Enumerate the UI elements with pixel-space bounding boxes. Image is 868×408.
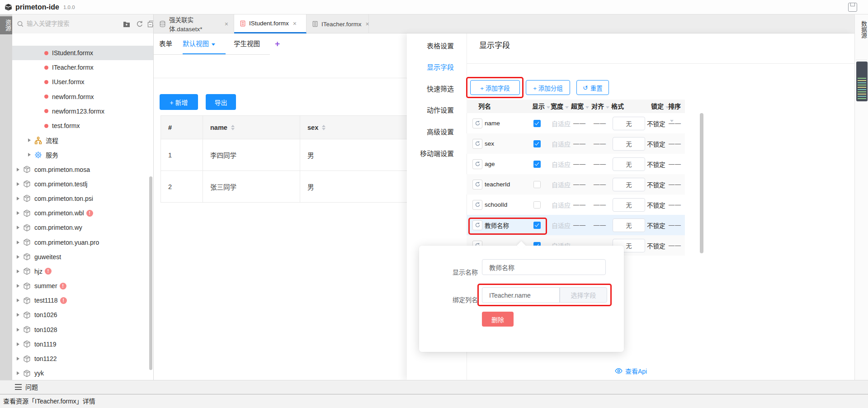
caret-right-icon[interactable] bbox=[28, 153, 31, 157]
format-select[interactable]: 无 bbox=[613, 137, 645, 151]
format-select[interactable]: 无 bbox=[613, 198, 645, 212]
sort-value[interactable]: —— bbox=[669, 235, 681, 256]
add-row-button[interactable]: + 新增 bbox=[160, 94, 198, 110]
sort-value[interactable]: —— bbox=[669, 154, 681, 174]
add-view-button[interactable]: + bbox=[275, 33, 280, 54]
format-select[interactable]: 无 bbox=[613, 178, 645, 191]
visible-checkbox[interactable] bbox=[533, 161, 541, 168]
display-name-input[interactable]: 教师名称 bbox=[482, 259, 606, 275]
field-col-align[interactable]: 对齐 bbox=[591, 100, 609, 113]
field-col-overwide[interactable]: 超宽 bbox=[571, 100, 589, 113]
minimap-thumbnail[interactable] bbox=[856, 62, 868, 101]
sync-icon[interactable] bbox=[472, 180, 482, 190]
caret-right-icon[interactable] bbox=[17, 226, 19, 229]
field-row-sex[interactable]: sex 自适应 —— —— 无 不锁定 —— bbox=[467, 133, 685, 154]
caret-right-icon[interactable] bbox=[17, 313, 19, 317]
tree-package[interactable]: com.primeton.testlj bbox=[12, 177, 154, 191]
visible-checkbox[interactable] bbox=[533, 140, 541, 147]
format-select[interactable]: 无 bbox=[613, 157, 645, 171]
tree-file-iuser[interactable]: IUser.formx bbox=[12, 75, 154, 89]
sidebar-scrollbar[interactable] bbox=[149, 176, 152, 370]
caret-right-icon[interactable] bbox=[17, 255, 19, 259]
view-api-link[interactable]: 查看Api bbox=[615, 366, 647, 375]
delete-button[interactable]: 删除 bbox=[482, 312, 514, 327]
lock-value[interactable]: 不锁定 bbox=[647, 174, 665, 195]
field-row-age[interactable]: age 自适应 —— —— 无 不锁定 —— bbox=[467, 154, 685, 174]
width-value[interactable]: 自适应 bbox=[552, 154, 571, 174]
align-value[interactable]: —— bbox=[594, 174, 606, 195]
caret-right-icon[interactable] bbox=[17, 328, 19, 332]
align-value[interactable]: —— bbox=[594, 113, 606, 133]
table-row[interactable]: 2 张三同学 男 bbox=[161, 171, 408, 203]
overwide-value[interactable]: —— bbox=[573, 133, 586, 154]
close-icon[interactable]: × bbox=[366, 21, 369, 27]
panel-nav-action-settings[interactable]: 动作设置 bbox=[411, 105, 466, 114]
sync-icon[interactable] bbox=[472, 200, 482, 210]
panel-nav-table-settings[interactable]: 表格设置 bbox=[411, 41, 466, 50]
visible-checkbox[interactable] bbox=[533, 120, 541, 127]
col-header-name[interactable]: name bbox=[203, 116, 300, 139]
search-input[interactable]: 输入关键字搜索 bbox=[27, 14, 70, 33]
format-select[interactable]: 无 bbox=[613, 117, 645, 130]
tree-package[interactable]: ton1028 bbox=[12, 323, 154, 337]
tree-file-iteacher[interactable]: ITeacher.formx bbox=[12, 60, 154, 75]
panel-nav-display-fields[interactable]: 显示字段 bbox=[411, 62, 466, 71]
width-value[interactable]: 自适应 bbox=[552, 133, 571, 154]
tree-package[interactable]: ton1122 bbox=[12, 351, 154, 366]
tree-package[interactable]: com.primeton.wbl! bbox=[12, 206, 154, 220]
table-row[interactable]: 1 李四同学 男 bbox=[161, 139, 408, 171]
view-tab-form[interactable]: 表单 bbox=[159, 33, 172, 54]
field-row-name[interactable]: name 自适应 —— —— 无 不锁定 —— bbox=[467, 113, 685, 133]
overwide-value[interactable]: —— bbox=[573, 154, 586, 174]
panel-nav-mobile-settings[interactable]: 移动端设置 bbox=[411, 148, 466, 158]
format-select[interactable]: 无 bbox=[613, 218, 645, 232]
sort-value[interactable]: —— bbox=[669, 113, 681, 133]
sort-icon[interactable] bbox=[231, 125, 235, 130]
tree-node-service[interactable]: 服务 bbox=[12, 147, 154, 162]
overwide-value[interactable]: —— bbox=[573, 215, 586, 235]
caret-right-icon[interactable] bbox=[17, 342, 19, 346]
sync-icon[interactable] bbox=[472, 119, 482, 128]
new-folder-icon[interactable] bbox=[123, 21, 130, 28]
overwide-value[interactable]: —— bbox=[573, 174, 586, 195]
tree-package[interactable]: yyk bbox=[12, 366, 154, 380]
caret-right-icon[interactable] bbox=[17, 284, 19, 288]
select-field-button[interactable]: 选择字段 bbox=[560, 287, 607, 303]
close-icon[interactable]: × bbox=[293, 20, 297, 27]
tree-package[interactable]: hjz! bbox=[12, 264, 154, 279]
problems-bar[interactable]: 问题 bbox=[0, 380, 868, 394]
refresh-icon[interactable] bbox=[136, 20, 143, 28]
sort-value[interactable]: —— bbox=[669, 174, 681, 195]
rail-tab-resources[interactable]: 资源 bbox=[0, 16, 12, 34]
sort-value[interactable]: —— bbox=[669, 215, 681, 235]
width-value[interactable]: 自适应 bbox=[552, 174, 571, 195]
reset-button[interactable]: ↻重置 bbox=[576, 80, 609, 95]
field-row-teacherid[interactable]: teacherId 自适应 —— —— 无 不锁定 —— bbox=[467, 174, 685, 195]
lock-value[interactable]: 不锁定 bbox=[647, 215, 665, 235]
tree-file-test[interactable]: test.formx bbox=[12, 119, 154, 133]
rail-tab-datasource[interactable]: 数据源 bbox=[855, 21, 868, 38]
sync-icon[interactable] bbox=[472, 220, 482, 230]
width-value[interactable]: 自适应 bbox=[552, 195, 571, 215]
sync-icon[interactable] bbox=[472, 159, 482, 169]
tab-istudent[interactable]: IStudent.formx × bbox=[234, 14, 307, 33]
tree-file-newform[interactable]: newform.formx bbox=[12, 90, 154, 104]
tree-package[interactable]: guweitest bbox=[12, 250, 154, 264]
lock-value[interactable]: 不锁定 bbox=[647, 113, 665, 133]
tree-package[interactable]: summer! bbox=[12, 279, 154, 293]
align-value[interactable]: —— bbox=[594, 215, 606, 235]
sort-value[interactable]: —— bbox=[669, 133, 681, 154]
lock-value[interactable]: 不锁定 bbox=[647, 154, 665, 174]
sort-value[interactable]: —— bbox=[669, 195, 681, 215]
caret-right-icon[interactable] bbox=[17, 299, 19, 302]
overwide-value[interactable]: —— bbox=[573, 113, 586, 133]
caret-right-icon[interactable] bbox=[17, 241, 19, 244]
view-tab-default[interactable]: 默认视图 bbox=[183, 33, 215, 54]
bind-column-input[interactable]: ITeacher.name bbox=[482, 287, 560, 303]
panel-nav-quick-filter[interactable]: 快速筛选 bbox=[411, 84, 466, 93]
width-value[interactable]: 自适应 bbox=[552, 113, 571, 133]
add-group-button[interactable]: + 添加分组 bbox=[526, 80, 570, 95]
field-row-teacher-name[interactable]: 教师名称 自适应 —— —— 无 不锁定 —— bbox=[467, 215, 685, 235]
align-value[interactable]: —— bbox=[594, 154, 606, 174]
tab-iteacher[interactable]: ITeacher.formx × bbox=[307, 14, 369, 33]
